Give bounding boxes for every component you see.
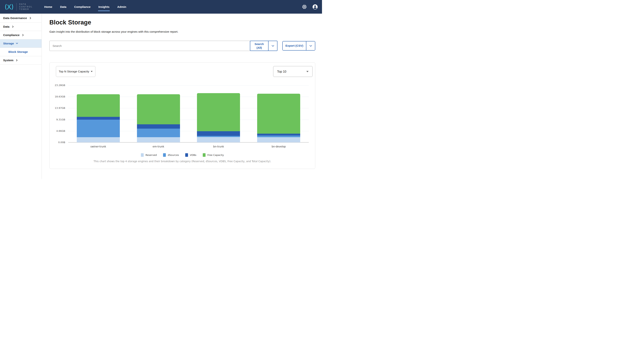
bar-segment-free-capacity[interactable] bbox=[197, 93, 240, 131]
legend-item-vdbs[interactable]: VDBs bbox=[185, 153, 196, 157]
search-options-dropdown-button[interactable] bbox=[268, 41, 277, 51]
search-button-label: Search bbox=[254, 42, 264, 46]
legend-label: dSources bbox=[168, 154, 179, 156]
sidebar-item-label: Data bbox=[3, 25, 10, 28]
y-axis-tick-label: 13.97GB bbox=[46, 107, 65, 109]
bar-segment-dsources[interactable] bbox=[197, 136, 240, 137]
chevron-right-icon bbox=[29, 17, 31, 19]
legend-swatch bbox=[141, 153, 144, 157]
legend-item-free-capacity[interactable]: Free Capacity bbox=[203, 153, 224, 157]
x-axis-category-label: swiner-trunk bbox=[90, 145, 106, 148]
chart-legend: ReserveddSourcesVDBsFree Capacity bbox=[50, 153, 315, 157]
main-content: Block Storage Gain insight into the dist… bbox=[42, 14, 322, 179]
legend-swatch bbox=[163, 153, 166, 157]
page-subtitle: Gain insight into the distribution of bl… bbox=[50, 30, 315, 33]
bar-segment-vdbs[interactable] bbox=[257, 134, 300, 135]
bar-segment-reserved[interactable] bbox=[197, 137, 240, 142]
account-icon[interactable] bbox=[312, 4, 318, 10]
metric-selector-label: Top N Storage Capacity bbox=[59, 70, 89, 73]
chevron-down-icon bbox=[16, 42, 18, 44]
metric-selector-button[interactable]: Top N Storage Capacity bbox=[56, 66, 96, 77]
app-logo[interactable]: DATA CONTROL TOWER bbox=[5, 3, 32, 11]
y-axis-tick-label: 0.00B bbox=[46, 141, 65, 144]
top-navbar: DATA CONTROL TOWER Home Data Compliance … bbox=[0, 0, 322, 14]
chevron-down-icon bbox=[272, 45, 274, 47]
sidebar-item-data-governance[interactable]: Data Governance bbox=[0, 14, 42, 23]
search-input[interactable] bbox=[50, 41, 250, 51]
y-axis-tick-label: 9.31GB bbox=[46, 118, 65, 121]
nav-item-compliance[interactable]: Compliance bbox=[74, 4, 90, 10]
export-options-dropdown-button[interactable] bbox=[306, 42, 315, 50]
sidebar-item-label: Storage bbox=[3, 42, 14, 45]
legend-label: Reserved bbox=[146, 154, 157, 156]
search-button-label2: (All) bbox=[256, 46, 262, 49]
x-axis-category-label: bn-trunk bbox=[213, 145, 224, 148]
bar-segment-reserved[interactable] bbox=[77, 137, 120, 142]
bar-segment-free-capacity[interactable] bbox=[77, 94, 120, 117]
sidebar-item-storage[interactable]: Storage bbox=[0, 39, 42, 48]
legend-label: Free Capacity bbox=[208, 154, 224, 156]
chevron-right-icon bbox=[22, 34, 24, 36]
export-button-group: Export (CSV) bbox=[282, 41, 315, 51]
page-title: Block Storage bbox=[50, 19, 315, 26]
chart-card: Top N Storage Capacity Top 10 23.28GB18.… bbox=[50, 62, 315, 169]
y-axis-tick-label: 23.28GB bbox=[46, 84, 65, 87]
sidebar-item-block-storage[interactable]: Block Storage bbox=[0, 48, 42, 56]
bar-segment-vdbs[interactable] bbox=[197, 131, 240, 136]
search-toolbar: Search (All) Export (CSV) bbox=[50, 41, 315, 51]
bar-segment-free-capacity[interactable] bbox=[257, 94, 300, 134]
search-button-group: Search (All) bbox=[250, 41, 278, 51]
bar-segment-free-capacity[interactable] bbox=[137, 94, 180, 124]
bar-segment-dsources[interactable] bbox=[137, 129, 180, 137]
legend-item-reserved[interactable]: Reserved bbox=[141, 153, 157, 157]
search-all-button[interactable]: Search (All) bbox=[250, 41, 268, 51]
sidebar-item-compliance[interactable]: Compliance bbox=[0, 31, 42, 39]
legend-label: VDBs bbox=[190, 154, 196, 156]
export-csv-button[interactable]: Export (CSV) bbox=[283, 42, 306, 50]
chevron-right-icon bbox=[11, 26, 14, 28]
sidebar: Data Governance Data Compliance Storage … bbox=[0, 14, 42, 179]
sidebar-item-system[interactable]: System bbox=[0, 56, 42, 65]
dct-logo-icon bbox=[5, 3, 14, 11]
nav-item-admin[interactable]: Admin bbox=[117, 4, 126, 10]
x-axis-category-label: em-trunk bbox=[152, 145, 164, 148]
sidebar-item-data[interactable]: Data bbox=[0, 23, 42, 31]
bar-segment-reserved[interactable] bbox=[257, 137, 300, 142]
x-axis-category-label: bn-develop bbox=[272, 145, 286, 148]
stacked-bar-chart: 23.28GB18.63GB13.97GB9.31GB4.66GB0.00Bsw… bbox=[68, 85, 309, 142]
sidebar-item-label: Compliance bbox=[3, 33, 20, 37]
caret-down-icon bbox=[306, 71, 308, 72]
sidebar-item-label: System bbox=[3, 59, 14, 62]
navbar-actions bbox=[302, 4, 322, 10]
nav-item-insights[interactable]: Insights bbox=[98, 4, 110, 10]
legend-swatch bbox=[185, 153, 188, 157]
caret-down-icon bbox=[91, 71, 92, 72]
sidebar-item-label: Block Storage bbox=[8, 50, 28, 54]
bar-segment-vdbs[interactable] bbox=[77, 117, 120, 120]
y-axis-tick-label: 4.66GB bbox=[46, 129, 65, 132]
legend-swatch bbox=[203, 153, 206, 157]
sidebar-item-label: Data Governance bbox=[3, 17, 27, 20]
bar-segment-dsources[interactable] bbox=[77, 120, 120, 137]
chip-icon[interactable] bbox=[302, 5, 307, 9]
y-axis-tick-label: 18.63GB bbox=[46, 95, 65, 98]
top-n-select[interactable]: Top 10 bbox=[273, 66, 312, 77]
chart-caption: This chart shows the top 4 storage engin… bbox=[50, 160, 315, 163]
nav-item-home[interactable]: Home bbox=[44, 4, 52, 10]
logo-text: DATA CONTROL TOWER bbox=[19, 3, 32, 11]
bar-segment-reserved[interactable] bbox=[137, 137, 180, 142]
bar-segment-vdbs[interactable] bbox=[137, 124, 180, 129]
legend-item-dsources[interactable]: dSources bbox=[163, 153, 179, 157]
nav-item-data[interactable]: Data bbox=[60, 4, 66, 10]
main-nav: Home Data Compliance Insights Admin bbox=[44, 4, 126, 10]
chevron-right-icon bbox=[15, 59, 17, 61]
bar-segment-dsources[interactable] bbox=[257, 135, 300, 137]
top-n-value: Top 10 bbox=[277, 70, 286, 73]
chevron-down-icon bbox=[309, 45, 312, 47]
